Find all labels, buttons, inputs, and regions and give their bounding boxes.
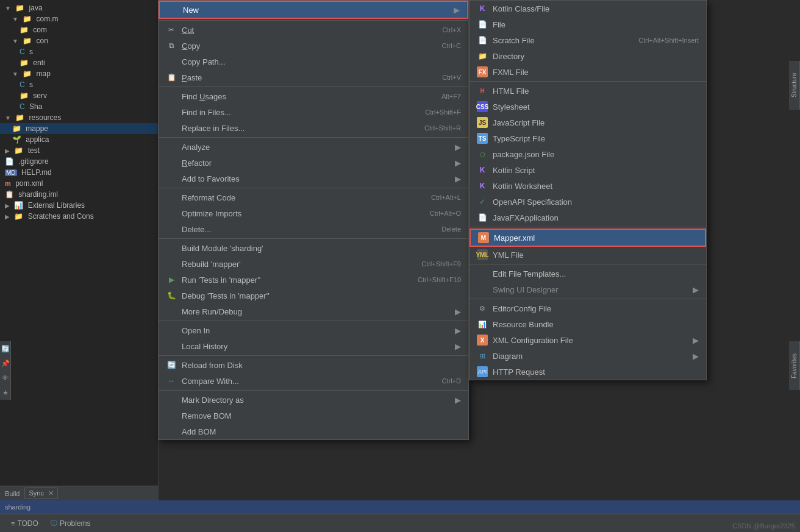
swing-label: Swing UI Designer: [493, 285, 688, 294]
tree-item-con[interactable]: ▼ 📁 con: [0, 35, 158, 46]
menu-item-edit-templates[interactable]: Edit File Templates...: [470, 266, 706, 282]
menu-item-scratch-file[interactable]: 📄 Scratch File Ctrl+Alt+Shift+Insert: [470, 32, 706, 48]
tree-item-pomxml[interactable]: m pom.xml: [0, 178, 158, 189]
menu-item-fxml[interactable]: FX FXML File: [470, 64, 706, 80]
tree-item-s2[interactable]: C s: [0, 79, 158, 90]
diagram-label: Diagram: [493, 352, 688, 361]
refresh-icon[interactable]: 🔄: [1, 344, 10, 353]
menu-item-html[interactable]: H HTML File: [470, 83, 706, 99]
menu-item-kotlin-class[interactable]: K Kotlin Class/File: [470, 1, 706, 16]
menu-item-find-usages[interactable]: Find Usages Alt+F7: [159, 88, 468, 104]
tree-item-comm[interactable]: ▼ 📁 com.m: [0, 13, 158, 24]
delete-shortcut: Delete: [441, 225, 461, 233]
remove-bom-icon: [166, 410, 177, 421]
menu-item-javafx[interactable]: 📄 JavaFXApplication: [470, 210, 706, 225]
tree-item-shardingiml[interactable]: 📋 sharding.iml: [0, 189, 158, 200]
menu-item-rebuild[interactable]: Rebuild 'mapper' Ctrl+Shift+F9: [159, 256, 468, 272]
menu-item-more-run[interactable]: More Run/Debug ▶: [159, 303, 468, 319]
tree-item-test[interactable]: ▶ 📁 test: [0, 145, 158, 156]
todo-tab[interactable]: ≡ TODO: [5, 517, 45, 530]
tree-item-scratches[interactable]: ▶ 📁 Scratches and Cons: [0, 211, 158, 222]
menu-item-analyze[interactable]: Analyze ▶: [159, 139, 468, 155]
eye-icon[interactable]: 👁: [1, 373, 10, 383]
sec-sep2: [470, 227, 706, 227]
menu-item-editorconfig[interactable]: ⚙ EditorConfig File: [470, 300, 706, 316]
tree-item-gitignore[interactable]: 📄 .gitignore: [0, 156, 158, 167]
favorites-label[interactable]: Favorites: [789, 341, 800, 390]
bundle-label: Resource Bundle: [493, 320, 699, 329]
problems-tab[interactable]: ⓘ Problems: [45, 516, 97, 530]
xml-config-arrow: ▶: [693, 336, 699, 345]
menu-item-file[interactable]: 📄 File: [470, 16, 706, 32]
menu-item-build-module[interactable]: Build Module 'sharding': [159, 240, 468, 256]
menu-item-remove-bom[interactable]: Remove BOM: [159, 408, 468, 424]
kotlin-worksheet-label: Kotlin Worksheet: [493, 182, 699, 191]
edit-templates-label: Edit File Templates...: [493, 269, 699, 278]
menu-item-add-favorites[interactable]: Add to Favorites ▶: [159, 171, 468, 186]
tree-item-map[interactable]: ▼ 📁 map: [0, 68, 158, 79]
tree-item-helpmd[interactable]: MD HELP.md: [0, 167, 158, 178]
menu-item-copy-path[interactable]: Copy Path...: [159, 54, 468, 69]
structure-label[interactable]: Structure: [789, 61, 800, 110]
menu-item-diagram[interactable]: ⊞ Diagram ▶: [470, 348, 706, 364]
menu-item-local-history[interactable]: Local History ▶: [159, 338, 468, 354]
tree-item-com2[interactable]: 📁 com: [0, 24, 158, 35]
menu-item-kotlin-worksheet[interactable]: K Kotlin Worksheet: [470, 178, 706, 194]
menu-item-js[interactable]: JS JavaScript File: [470, 115, 706, 130]
tree-item-sha[interactable]: C Sha: [0, 101, 158, 112]
js-icon: JS: [477, 117, 488, 128]
menu-item-copy[interactable]: ⧉ Copy Ctrl+C: [159, 38, 468, 54]
reformat-shortcut: Ctrl+Alt+L: [431, 194, 461, 201]
sep2: [159, 87, 468, 87]
pin-icon[interactable]: 📌: [1, 358, 10, 368]
menu-item-add-bom[interactable]: Add BOM: [159, 424, 468, 439]
menu-item-refactor[interactable]: Refactor ▶: [159, 155, 468, 171]
tree-item-resources[interactable]: ▼ 📁 resources: [0, 112, 158, 123]
menu-item-yml[interactable]: YML YML File: [470, 247, 706, 263]
kotlin-ws-icon: K: [477, 180, 488, 191]
menu-item-resource-bundle[interactable]: 📊 Resource Bundle: [470, 316, 706, 332]
optimize-label: Optimize Imports: [182, 209, 418, 218]
rebuild-icon: [166, 258, 177, 269]
menu-item-kotlin-script[interactable]: K Kotlin Script: [470, 162, 706, 178]
menu-item-paste[interactable]: 📋 Paste Ctrl+V: [159, 69, 468, 85]
tree-item-enti[interactable]: 📁 enti: [0, 57, 158, 68]
menu-item-directory[interactable]: 📁 Directory: [470, 48, 706, 64]
menu-item-compare[interactable]: ↔ Compare With... Ctrl+D: [159, 373, 468, 389]
tree-item-external-libs[interactable]: ▶ 📊 External Libraries: [0, 200, 158, 211]
problems-icon: ⓘ: [51, 519, 57, 528]
menu-item-replace-in-files[interactable]: Replace in Files... Ctrl+Shift+R: [159, 120, 468, 136]
directory-label: Directory: [493, 52, 699, 61]
menu-item-swing-designer[interactable]: Swing UI Designer ▶: [470, 282, 706, 297]
menu-item-mark-dir[interactable]: Mark Directory as ▶: [159, 392, 468, 408]
menu-item-find-in-files[interactable]: Find in Files... Ctrl+Shift+F: [159, 104, 468, 120]
tree-item-s1[interactable]: C s: [0, 46, 158, 57]
menu-item-http-request[interactable]: API HTTP Request: [470, 364, 706, 380]
menu-item-delete[interactable]: Delete... Delete: [159, 221, 468, 237]
menu-item-open-in[interactable]: Open In ▶: [159, 322, 468, 338]
menu-item-debug-tests[interactable]: 🐛 Debug 'Tests in 'mapper'': [159, 288, 468, 303]
menu-item-xml-config[interactable]: X XML Configuration File ▶: [470, 332, 706, 348]
scratch-label: Scratch File: [493, 36, 626, 45]
tree-item-applica[interactable]: 🌱 applica: [0, 134, 158, 145]
menu-item-run-tests[interactable]: ▶ Run 'Tests in 'mapper'' Ctrl+Shift+F10: [159, 272, 468, 288]
delete-icon: [166, 224, 177, 235]
js-label: JavaScript File: [493, 118, 699, 127]
tree-item-serv[interactable]: 📁 serv: [0, 90, 158, 101]
mark-dir-label: Mark Directory as: [182, 395, 450, 405]
menu-item-package-json[interactable]: ⬡ package.json File: [470, 146, 706, 162]
css-icon: CSS: [477, 101, 488, 112]
menu-item-reload[interactable]: 🔄 Reload from Disk: [159, 357, 468, 373]
sync-tab[interactable]: Sync ✕: [24, 488, 58, 499]
menu-item-optimize[interactable]: Optimize Imports Ctrl+Alt+O: [159, 205, 468, 221]
tree-item-java[interactable]: ▼ 📁 java: [0, 2, 158, 13]
star-icon[interactable]: ★: [1, 388, 10, 397]
menu-item-new[interactable]: New ▶: [159, 1, 468, 19]
menu-item-stylesheet[interactable]: CSS Stylesheet: [470, 99, 706, 115]
menu-item-reformat[interactable]: Reformat Code Ctrl+Alt+L: [159, 190, 468, 205]
menu-item-ts[interactable]: TS TypeScript File: [470, 130, 706, 146]
tree-item-mapper-dir[interactable]: 📁 mappe: [0, 123, 158, 134]
menu-item-openapi[interactable]: ✓ OpenAPI Specification: [470, 194, 706, 210]
menu-item-cut[interactable]: ✂ Cut Ctrl+X: [159, 22, 468, 38]
menu-item-mapper-xml[interactable]: M Mapper.xml: [470, 229, 706, 247]
